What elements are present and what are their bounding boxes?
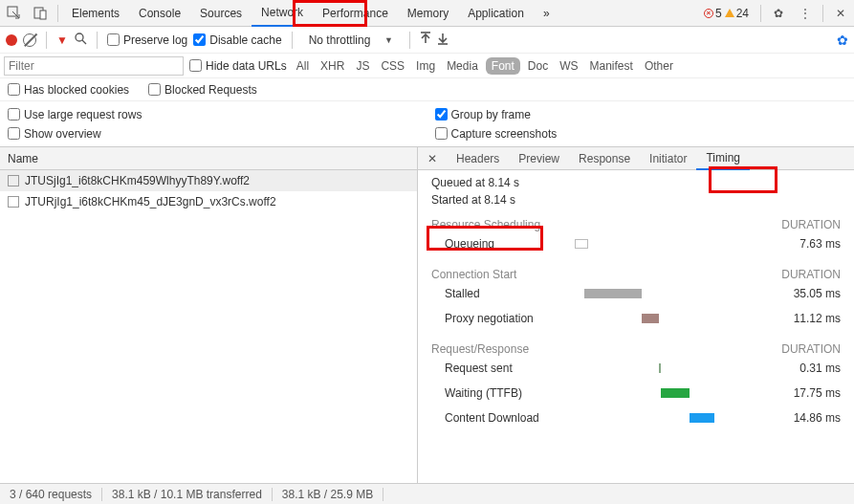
- file-icon: [8, 196, 19, 208]
- error-count: 5: [715, 7, 722, 20]
- large-rows-checkbox[interactable]: Use large request rows: [8, 108, 420, 121]
- filter-type-other[interactable]: Other: [641, 57, 677, 75]
- timing-bar-area: [575, 386, 764, 400]
- preserve-log-checkbox[interactable]: Preserve log: [107, 33, 187, 47]
- record-button[interactable]: [6, 34, 17, 46]
- timing-row: Content Download14.86 ms: [431, 405, 841, 430]
- close-icon[interactable]: ✕: [827, 0, 854, 27]
- separator: [409, 32, 410, 49]
- timing-bar-area: [575, 411, 764, 425]
- show-overview-checkbox[interactable]: Show overview: [8, 127, 420, 141]
- file-icon: [8, 175, 19, 186]
- timing-bar: [575, 239, 588, 249]
- capture-screenshots-checkbox[interactable]: Capture screenshots: [435, 127, 847, 141]
- timing-section-header: Request/ResponseDURATION: [431, 342, 841, 356]
- chevron-down-icon: ▼: [384, 35, 393, 45]
- separator: [822, 5, 823, 22]
- settings-icon[interactable]: ✿: [765, 0, 792, 27]
- status-transferred: 38.1 kB / 10.1 MB transferred: [102, 488, 273, 501]
- timing-bar-area: [575, 287, 764, 300]
- timing-row: Request sent0.31 ms: [431, 356, 841, 381]
- device-toggle-icon[interactable]: [27, 0, 54, 27]
- timing-value: 17.75 ms: [764, 386, 841, 400]
- request-row[interactable]: JTURjIg1_i6t8kCHKm45_dJE3gnD_vx3rCs.woff…: [0, 191, 417, 212]
- timing-bar: [661, 388, 690, 398]
- filter-type-img[interactable]: Img: [412, 57, 439, 75]
- svg-point-3: [76, 33, 83, 41]
- detail-tab-timing[interactable]: Timing: [696, 147, 750, 170]
- started-at-label: Started at 8.14 s: [431, 193, 841, 207]
- filter-input[interactable]: [4, 56, 184, 76]
- queued-at-label: Queued at 8.14 s: [431, 176, 841, 189]
- filter-type-manifest[interactable]: Manifest: [586, 57, 637, 75]
- hide-data-urls-checkbox[interactable]: Hide data URLs: [189, 59, 287, 73]
- separator: [46, 32, 47, 49]
- timing-bar: [659, 363, 661, 373]
- timing-value: 7.63 ms: [764, 237, 841, 251]
- disable-cache-checkbox[interactable]: Disable cache: [193, 33, 281, 47]
- filter-icon[interactable]: ▼: [56, 33, 68, 47]
- request-row[interactable]: JTUSjIg1_i6t8kCHKm459WlhyyTh89Y.woff2: [0, 170, 417, 191]
- issue-counter[interactable]: ×5 24: [704, 7, 749, 20]
- status-bar: 3 / 640 requests 38.1 kB / 10.1 MB trans…: [0, 483, 854, 504]
- download-har-icon[interactable]: [437, 32, 449, 48]
- has-blocked-cookies-checkbox[interactable]: Has blocked cookies: [8, 83, 129, 97]
- tab-application[interactable]: Application: [458, 0, 534, 27]
- filter-type-css[interactable]: CSS: [377, 57, 408, 75]
- warning-icon: [725, 9, 734, 17]
- timing-value: 0.31 ms: [764, 362, 841, 375]
- column-header-name[interactable]: Name: [0, 147, 417, 170]
- request-name: JTURjIg1_i6t8kCHKm45_dJE3gnD_vx3rCs.woff…: [25, 195, 276, 208]
- tab-elements[interactable]: Elements: [62, 0, 129, 27]
- separator: [760, 5, 761, 22]
- tab-sources[interactable]: Sources: [190, 0, 252, 27]
- timing-value: 14.86 ms: [764, 411, 841, 425]
- timing-bar: [690, 413, 714, 423]
- search-icon[interactable]: [74, 32, 87, 48]
- timing-value: 35.05 ms: [764, 287, 841, 300]
- timing-bar-area: [575, 237, 764, 251]
- close-detail-icon[interactable]: ✕: [424, 150, 441, 167]
- timing-row: Proxy negotiation11.12 ms: [431, 306, 841, 331]
- filter-type-ws[interactable]: WS: [556, 57, 581, 75]
- status-resources: 38.1 kB / 25.9 MB: [273, 488, 383, 501]
- detail-tab-preview[interactable]: Preview: [509, 147, 569, 170]
- error-icon: ×: [704, 9, 713, 18]
- tab-performance[interactable]: Performance: [313, 0, 398, 27]
- timing-label: Queueing: [431, 237, 575, 251]
- tab-console[interactable]: Console: [129, 0, 190, 27]
- clear-button[interactable]: [23, 33, 36, 47]
- status-requests: 3 / 640 requests: [0, 488, 102, 501]
- timing-bar-area: [575, 362, 764, 375]
- timing-label: Request sent: [431, 362, 575, 375]
- group-by-frame-checkbox[interactable]: Group by frame: [435, 108, 847, 121]
- throttling-select[interactable]: No throttling ▼: [302, 33, 400, 48]
- filter-type-font[interactable]: Font: [486, 57, 520, 75]
- network-settings-icon[interactable]: ✿: [837, 33, 848, 48]
- kebab-icon[interactable]: ⋮: [792, 0, 819, 27]
- upload-har-icon[interactable]: [420, 32, 431, 48]
- detail-tab-response[interactable]: Response: [569, 147, 640, 170]
- filter-type-xhr[interactable]: XHR: [317, 57, 348, 75]
- detail-tab-headers[interactable]: Headers: [447, 147, 509, 170]
- more-glyph: »: [543, 7, 550, 20]
- timing-label: Proxy negotiation: [431, 312, 575, 325]
- tab-more[interactable]: »: [534, 0, 559, 27]
- filter-type-media[interactable]: Media: [443, 57, 482, 75]
- filter-type-doc[interactable]: Doc: [524, 57, 552, 75]
- warning-count: 24: [736, 7, 749, 20]
- separator: [57, 5, 58, 22]
- filter-type-js[interactable]: JS: [352, 57, 373, 75]
- blocked-requests-checkbox[interactable]: Blocked Requests: [148, 83, 257, 97]
- tab-memory[interactable]: Memory: [398, 0, 458, 27]
- filter-type-all[interactable]: All: [293, 57, 313, 75]
- tab-network[interactable]: Network: [252, 0, 313, 27]
- timing-row: Stalled35.05 ms: [431, 281, 841, 306]
- timing-section-header: Resource SchedulingDURATION: [431, 218, 841, 231]
- inspect-icon[interactable]: [0, 0, 27, 27]
- separator: [292, 32, 293, 49]
- timing-label: Content Download: [431, 411, 575, 425]
- timing-label: Waiting (TTFB): [431, 386, 575, 400]
- svg-line-4: [82, 40, 86, 44]
- detail-tab-initiator[interactable]: Initiator: [640, 147, 696, 170]
